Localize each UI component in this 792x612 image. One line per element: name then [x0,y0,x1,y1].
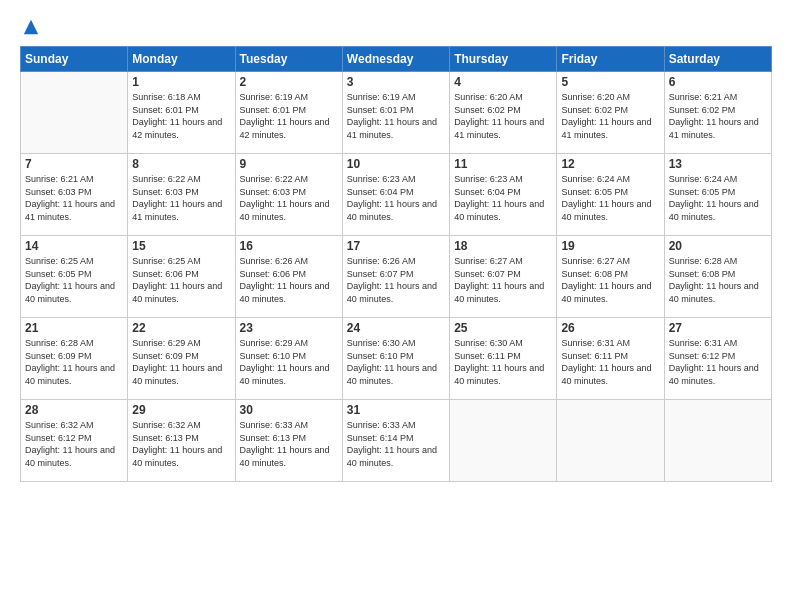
calendar-cell: 9Sunrise: 6:22 AMSunset: 6:03 PMDaylight… [235,154,342,236]
calendar-cell: 17Sunrise: 6:26 AMSunset: 6:07 PMDayligh… [342,236,449,318]
calendar-cell [450,400,557,482]
calendar-cell: 27Sunrise: 6:31 AMSunset: 6:12 PMDayligh… [664,318,771,400]
day-info: Sunrise: 6:31 AMSunset: 6:12 PMDaylight:… [669,337,767,387]
calendar-cell: 25Sunrise: 6:30 AMSunset: 6:11 PMDayligh… [450,318,557,400]
weekday-header-wednesday: Wednesday [342,47,449,72]
calendar-cell: 12Sunrise: 6:24 AMSunset: 6:05 PMDayligh… [557,154,664,236]
day-number: 31 [347,403,445,417]
calendar-cell: 10Sunrise: 6:23 AMSunset: 6:04 PMDayligh… [342,154,449,236]
day-info: Sunrise: 6:33 AMSunset: 6:14 PMDaylight:… [347,419,445,469]
day-info: Sunrise: 6:23 AMSunset: 6:04 PMDaylight:… [347,173,445,223]
day-info: Sunrise: 6:20 AMSunset: 6:02 PMDaylight:… [454,91,552,141]
day-number: 2 [240,75,338,89]
day-number: 19 [561,239,659,253]
day-info: Sunrise: 6:21 AMSunset: 6:03 PMDaylight:… [25,173,123,223]
calendar-cell: 18Sunrise: 6:27 AMSunset: 6:07 PMDayligh… [450,236,557,318]
day-info: Sunrise: 6:25 AMSunset: 6:05 PMDaylight:… [25,255,123,305]
day-info: Sunrise: 6:28 AMSunset: 6:09 PMDaylight:… [25,337,123,387]
calendar-cell: 30Sunrise: 6:33 AMSunset: 6:13 PMDayligh… [235,400,342,482]
calendar-cell [557,400,664,482]
calendar-cell: 7Sunrise: 6:21 AMSunset: 6:03 PMDaylight… [21,154,128,236]
calendar-cell: 31Sunrise: 6:33 AMSunset: 6:14 PMDayligh… [342,400,449,482]
day-info: Sunrise: 6:30 AMSunset: 6:10 PMDaylight:… [347,337,445,387]
weekday-header-monday: Monday [128,47,235,72]
calendar-cell: 23Sunrise: 6:29 AMSunset: 6:10 PMDayligh… [235,318,342,400]
day-info: Sunrise: 6:33 AMSunset: 6:13 PMDaylight:… [240,419,338,469]
day-info: Sunrise: 6:25 AMSunset: 6:06 PMDaylight:… [132,255,230,305]
day-number: 30 [240,403,338,417]
day-number: 4 [454,75,552,89]
day-info: Sunrise: 6:27 AMSunset: 6:07 PMDaylight:… [454,255,552,305]
calendar-cell: 4Sunrise: 6:20 AMSunset: 6:02 PMDaylight… [450,72,557,154]
day-info: Sunrise: 6:29 AMSunset: 6:10 PMDaylight:… [240,337,338,387]
calendar-cell: 20Sunrise: 6:28 AMSunset: 6:08 PMDayligh… [664,236,771,318]
calendar-cell: 21Sunrise: 6:28 AMSunset: 6:09 PMDayligh… [21,318,128,400]
day-info: Sunrise: 6:21 AMSunset: 6:02 PMDaylight:… [669,91,767,141]
calendar-cell: 14Sunrise: 6:25 AMSunset: 6:05 PMDayligh… [21,236,128,318]
day-number: 22 [132,321,230,335]
day-info: Sunrise: 6:26 AMSunset: 6:07 PMDaylight:… [347,255,445,305]
day-info: Sunrise: 6:32 AMSunset: 6:13 PMDaylight:… [132,419,230,469]
calendar-cell: 8Sunrise: 6:22 AMSunset: 6:03 PMDaylight… [128,154,235,236]
weekday-header-tuesday: Tuesday [235,47,342,72]
day-info: Sunrise: 6:19 AMSunset: 6:01 PMDaylight:… [240,91,338,141]
day-number: 11 [454,157,552,171]
calendar-cell: 13Sunrise: 6:24 AMSunset: 6:05 PMDayligh… [664,154,771,236]
day-number: 13 [669,157,767,171]
calendar-table: SundayMondayTuesdayWednesdayThursdayFrid… [20,46,772,482]
calendar-cell: 28Sunrise: 6:32 AMSunset: 6:12 PMDayligh… [21,400,128,482]
day-number: 21 [25,321,123,335]
day-info: Sunrise: 6:27 AMSunset: 6:08 PMDaylight:… [561,255,659,305]
day-number: 5 [561,75,659,89]
day-number: 8 [132,157,230,171]
day-number: 28 [25,403,123,417]
day-number: 18 [454,239,552,253]
day-number: 1 [132,75,230,89]
calendar-cell: 2Sunrise: 6:19 AMSunset: 6:01 PMDaylight… [235,72,342,154]
header [20,18,772,36]
day-number: 14 [25,239,123,253]
day-info: Sunrise: 6:24 AMSunset: 6:05 PMDaylight:… [561,173,659,223]
page: SundayMondayTuesdayWednesdayThursdayFrid… [0,0,792,612]
day-info: Sunrise: 6:24 AMSunset: 6:05 PMDaylight:… [669,173,767,223]
day-number: 16 [240,239,338,253]
day-number: 17 [347,239,445,253]
day-number: 23 [240,321,338,335]
calendar-cell: 16Sunrise: 6:26 AMSunset: 6:06 PMDayligh… [235,236,342,318]
day-number: 24 [347,321,445,335]
day-info: Sunrise: 6:26 AMSunset: 6:06 PMDaylight:… [240,255,338,305]
day-info: Sunrise: 6:28 AMSunset: 6:08 PMDaylight:… [669,255,767,305]
calendar-cell: 1Sunrise: 6:18 AMSunset: 6:01 PMDaylight… [128,72,235,154]
day-info: Sunrise: 6:22 AMSunset: 6:03 PMDaylight:… [240,173,338,223]
weekday-header-saturday: Saturday [664,47,771,72]
day-number: 10 [347,157,445,171]
day-info: Sunrise: 6:31 AMSunset: 6:11 PMDaylight:… [561,337,659,387]
calendar-cell: 3Sunrise: 6:19 AMSunset: 6:01 PMDaylight… [342,72,449,154]
day-number: 29 [132,403,230,417]
calendar-cell [664,400,771,482]
calendar-cell: 24Sunrise: 6:30 AMSunset: 6:10 PMDayligh… [342,318,449,400]
day-number: 3 [347,75,445,89]
calendar-cell: 11Sunrise: 6:23 AMSunset: 6:04 PMDayligh… [450,154,557,236]
calendar-cell: 5Sunrise: 6:20 AMSunset: 6:02 PMDaylight… [557,72,664,154]
calendar-cell: 15Sunrise: 6:25 AMSunset: 6:06 PMDayligh… [128,236,235,318]
svg-marker-0 [24,20,38,34]
day-number: 12 [561,157,659,171]
day-number: 15 [132,239,230,253]
day-info: Sunrise: 6:29 AMSunset: 6:09 PMDaylight:… [132,337,230,387]
day-number: 26 [561,321,659,335]
day-info: Sunrise: 6:22 AMSunset: 6:03 PMDaylight:… [132,173,230,223]
weekday-header-sunday: Sunday [21,47,128,72]
day-info: Sunrise: 6:30 AMSunset: 6:11 PMDaylight:… [454,337,552,387]
day-info: Sunrise: 6:32 AMSunset: 6:12 PMDaylight:… [25,419,123,469]
day-number: 25 [454,321,552,335]
calendar-cell [21,72,128,154]
calendar-cell: 22Sunrise: 6:29 AMSunset: 6:09 PMDayligh… [128,318,235,400]
logo-icon [22,18,40,36]
day-number: 7 [25,157,123,171]
day-number: 27 [669,321,767,335]
weekday-header-friday: Friday [557,47,664,72]
calendar-cell: 19Sunrise: 6:27 AMSunset: 6:08 PMDayligh… [557,236,664,318]
day-info: Sunrise: 6:19 AMSunset: 6:01 PMDaylight:… [347,91,445,141]
day-info: Sunrise: 6:18 AMSunset: 6:01 PMDaylight:… [132,91,230,141]
